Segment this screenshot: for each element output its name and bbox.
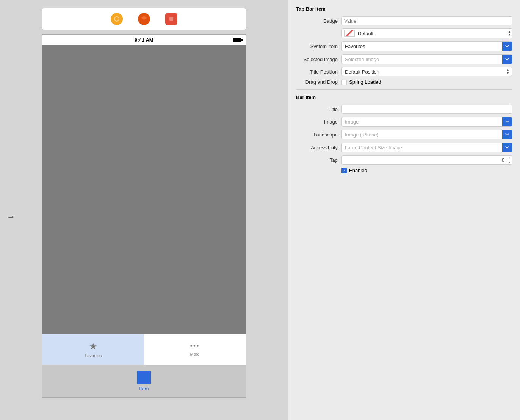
phone-frame: 9:41 AM ★ Favorites ••• More Item — [42, 34, 246, 398]
system-item-control: Favorites — [341, 41, 512, 51]
yellow-circle-icon[interactable] — [111, 13, 123, 25]
landscape-control: Image (iPhone) — [341, 130, 512, 139]
arrow-indicator: → — [7, 212, 15, 222]
drag-drop-row: Drag and Drop Spring Loaded — [296, 79, 512, 85]
selected-image-row: Selected Image Selected Image — [296, 54, 512, 64]
accessibility-label: Accessibility — [296, 145, 341, 150]
accessibility-placeholder: Large Content Size Image — [345, 145, 502, 150]
accessibility-control: Large Content Size Image — [341, 143, 512, 152]
drag-drop-label: Drag and Drop — [296, 79, 341, 85]
badge-input[interactable] — [341, 16, 512, 25]
landscape-row: Landscape Image (iPhone) — [296, 130, 512, 139]
battery-icon — [233, 38, 241, 42]
landscape-label: Landscape — [296, 132, 341, 138]
system-item-row: System Item Favorites — [296, 41, 512, 51]
color-swatch — [344, 30, 355, 37]
color-row-field: Default ▲ ▼ — [296, 28, 512, 38]
drag-drop-control: Spring Loaded — [341, 79, 512, 85]
tag-row: Tag 0 ▲ ▼ — [296, 155, 512, 165]
tab-more-label: More — [190, 352, 199, 356]
system-item-label: System Item — [296, 44, 341, 49]
enabled-checkbox[interactable]: ✓ — [341, 168, 347, 173]
tag-label: Tag — [296, 157, 341, 163]
enabled-label: Enabled — [349, 168, 367, 173]
dots-icon: ••• — [190, 342, 200, 350]
color-picker[interactable]: Default ▲ ▼ — [341, 28, 512, 38]
system-item-value: Favorites — [345, 44, 502, 49]
spring-loaded-control: Spring Loaded — [341, 79, 512, 85]
status-time: 9:41 AM — [135, 37, 153, 43]
accessibility-dropdown-btn[interactable] — [502, 143, 512, 152]
image-label: Image — [296, 119, 341, 125]
tab-bar: ★ Favorites ••• More — [42, 334, 246, 365]
badge-label: Badge — [296, 18, 341, 24]
star-icon: ★ — [89, 341, 97, 352]
tag-value: 0 — [342, 157, 506, 163]
toolbar — [42, 8, 246, 30]
spring-loaded-checkbox[interactable] — [341, 80, 347, 85]
selected-image-control: Selected Image — [341, 54, 512, 64]
title-control — [341, 105, 512, 114]
spring-loaded-label: Spring Loaded — [349, 79, 381, 85]
landscape-placeholder: Image (iPhone) — [345, 132, 502, 138]
image-control: Image — [341, 117, 512, 127]
landscape-select[interactable]: Image (iPhone) — [341, 130, 512, 139]
title-position-row: Title Position Default Position ▲ ▼ — [296, 67, 512, 76]
color-control: Default ▲ ▼ — [341, 28, 512, 38]
title-position-down-arrow[interactable]: ▼ — [505, 72, 511, 75]
color-down-arrow[interactable]: ▼ — [507, 33, 512, 36]
title-position-control: Default Position ▲ ▼ — [341, 67, 512, 76]
tab-favorites-label: Favorites — [85, 353, 102, 358]
system-item-dropdown-btn[interactable] — [502, 41, 512, 51]
left-panel: → 9:41 AM ★ Favorites ••• Mor — [0, 0, 288, 420]
svg-rect-5 — [169, 17, 173, 21]
phone-status-bar: 9:41 AM — [42, 35, 246, 45]
section-divider — [296, 89, 512, 90]
selected-image-dropdown-btn[interactable] — [502, 54, 512, 64]
image-row: Image Image — [296, 117, 512, 127]
image-select[interactable]: Image — [341, 117, 512, 127]
tab-item-favorites[interactable]: ★ Favorites — [42, 334, 144, 365]
title-position-label: Title Position — [296, 69, 341, 75]
title-row: Title — [296, 105, 512, 114]
title-input[interactable] — [341, 105, 512, 114]
tag-control: 0 ▲ ▼ — [341, 155, 512, 165]
orange-cube-icon[interactable] — [138, 13, 150, 25]
selected-image-label: Selected Image — [296, 56, 341, 62]
title-position-select[interactable]: Default Position ▲ ▼ — [341, 67, 512, 76]
enabled-control: ✓ Enabled — [341, 168, 512, 173]
tag-up-arrow[interactable]: ▲ — [506, 155, 512, 160]
enabled-checkbox-control: ✓ Enabled — [341, 168, 512, 173]
landscape-dropdown-btn[interactable] — [502, 130, 512, 139]
color-stepper-arrows[interactable]: ▲ ▼ — [507, 30, 512, 36]
selected-image-placeholder: Selected Image — [345, 56, 502, 62]
selected-image-select[interactable]: Selected Image — [341, 54, 512, 64]
enabled-row: ✓ Enabled — [296, 168, 512, 173]
image-placeholder: Image — [345, 119, 502, 125]
title-label: Title — [296, 107, 341, 112]
tab-item-more[interactable]: ••• More — [144, 334, 246, 365]
right-panel: Tab Bar Item Badge Default ▲ ▼ System It… — [288, 0, 520, 420]
badge-row: Badge — [296, 16, 512, 25]
bar-item-section-title: Bar Item — [296, 94, 512, 100]
title-position-value: Default Position — [345, 69, 379, 75]
tag-down-arrow[interactable]: ▼ — [506, 160, 512, 165]
accessibility-select[interactable]: Large Content Size Image — [341, 143, 512, 152]
system-item-select[interactable]: Favorites — [341, 41, 512, 51]
red-square-icon[interactable] — [165, 13, 177, 25]
color-default-label: Default — [358, 31, 507, 36]
bottom-bar-label: Item — [139, 386, 149, 392]
tag-arrows[interactable]: ▲ ▼ — [506, 155, 512, 165]
tab-bar-item-section-title: Tab Bar Item — [296, 6, 512, 12]
tag-stepper[interactable]: 0 ▲ ▼ — [341, 155, 512, 165]
title-position-arrows[interactable]: ▲ ▼ — [505, 69, 511, 75]
badge-control — [341, 16, 512, 25]
accessibility-row: Accessibility Large Content Size Image — [296, 143, 512, 152]
phone-content — [42, 45, 246, 334]
bottom-bar: Item — [42, 365, 246, 397]
bottom-bar-square — [137, 371, 151, 384]
svg-point-1 — [115, 17, 119, 21]
image-dropdown-btn[interactable] — [502, 117, 512, 127]
